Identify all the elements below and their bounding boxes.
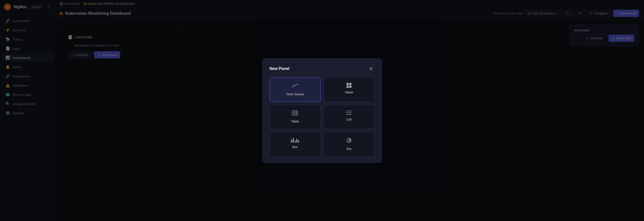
value-icon <box>346 83 352 88</box>
panel-option-time-series[interactable]: Time Series <box>270 77 321 102</box>
modal-title: New Panel <box>270 66 290 71</box>
bar-label: Bar <box>292 145 298 149</box>
panel-option-pie[interactable]: Pie <box>324 132 375 156</box>
svg-rect-8 <box>292 111 298 115</box>
bar-icon <box>291 138 299 142</box>
panel-option-list[interactable]: List <box>324 105 375 129</box>
new-panel-modal: New Panel ✕ Time Series <box>262 58 382 163</box>
table-label: Table <box>291 120 299 123</box>
panel-option-bar[interactable]: Bar <box>270 132 321 156</box>
pie-icon <box>346 138 352 144</box>
panel-option-table[interactable]: Table <box>270 105 321 129</box>
panel-option-value[interactable]: Value <box>324 77 375 102</box>
time-series-label: Time Series <box>286 92 304 96</box>
list-label: List <box>346 118 352 121</box>
modal-header: New Panel ✕ <box>270 66 375 72</box>
time-series-icon <box>292 83 298 90</box>
pie-label: Pie <box>346 147 352 151</box>
value-label: Value <box>345 90 353 94</box>
panel-type-grid: Time Series Value <box>270 77 375 156</box>
modal-overlay[interactable]: New Panel ✕ Time Series <box>0 0 644 221</box>
table-icon <box>292 110 298 117</box>
modal-close-button[interactable]: ✕ <box>368 66 375 72</box>
list-icon <box>346 110 352 115</box>
